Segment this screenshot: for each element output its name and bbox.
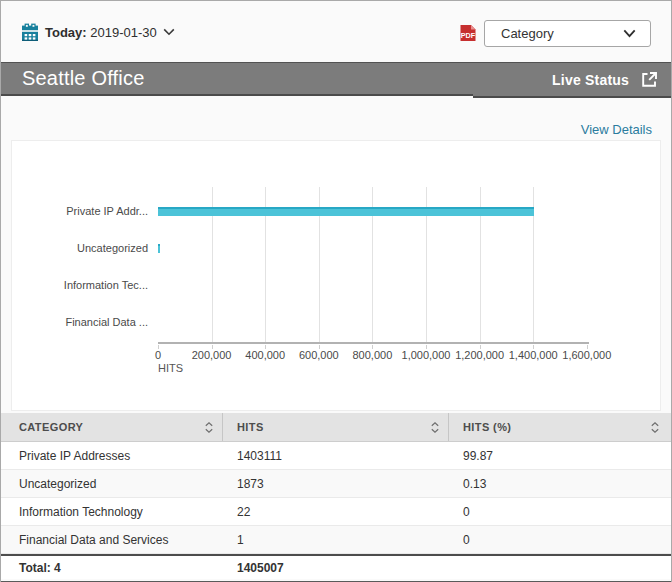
chevron-down-icon xyxy=(163,28,175,36)
date-prefix: Today: xyxy=(45,25,87,40)
table-total-cell: 1405007 xyxy=(223,561,449,575)
external-link-icon xyxy=(641,71,658,88)
table-row[interactable]: Private IP Addresses140311199.87 xyxy=(1,442,671,470)
chart-category-label: Private IP Addr... xyxy=(66,205,148,217)
chart-panel: 0200,000400,000600,000800,0001,000,0001,… xyxy=(11,140,661,411)
table-cell: 1 xyxy=(223,533,449,547)
category-select[interactable]: Category xyxy=(484,20,651,47)
table-column-header[interactable]: HITS (%) xyxy=(449,413,671,441)
table-body: Private IP Addresses140311199.87Uncatego… xyxy=(1,442,671,579)
table-cell: Financial Data and Services xyxy=(1,533,223,547)
table-column-header[interactable]: HITS xyxy=(223,413,449,441)
pdf-icon: PDF xyxy=(459,24,477,42)
date-value: 2019-01-30 xyxy=(90,25,157,40)
table-row[interactable]: Financial Data and Services10 xyxy=(1,526,671,554)
calendar-icon xyxy=(21,23,39,41)
chart-category-label: Financial Data ... xyxy=(65,316,148,328)
table-cell: 0 xyxy=(449,533,671,547)
table-cell: 1873 xyxy=(223,477,449,491)
chart-bar[interactable] xyxy=(158,244,160,253)
chart-category-label: Uncategorized xyxy=(77,242,148,254)
sort-icon[interactable] xyxy=(431,422,439,433)
column-header-label: CATEGORY xyxy=(19,421,83,433)
section-title-area: Seattle Office xyxy=(1,62,473,96)
export-pdf-button[interactable]: PDF xyxy=(459,24,477,42)
section-titlebar: Seattle Office Live Status xyxy=(1,62,671,98)
table-row[interactable]: Uncategorized18730.13 xyxy=(1,470,671,498)
table-header-row: CATEGORYHITSHITS (%) xyxy=(1,413,671,442)
titlebar-actions: Live Status xyxy=(473,62,671,98)
table-cell: Information Technology xyxy=(1,505,223,519)
bar-chart: 0200,000400,000600,000800,0001,000,0001,… xyxy=(12,141,660,410)
table-cell: Uncategorized xyxy=(1,477,223,491)
table-total-row: Total: 41405007 xyxy=(1,554,671,579)
table-cell: 22 xyxy=(223,505,449,519)
table-cell: 99.87 xyxy=(449,449,671,463)
chart-x-axis xyxy=(158,342,589,344)
table-total-cell: Total: 4 xyxy=(1,561,223,575)
chart-category-label: Information Tec... xyxy=(64,279,148,291)
view-details-link[interactable]: View Details xyxy=(581,122,652,137)
chevron-down-icon xyxy=(623,29,636,38)
category-table: CATEGORYHITSHITS (%) Private IP Addresse… xyxy=(1,413,671,579)
category-select-value: Category xyxy=(501,26,554,41)
table-cell: 1403111 xyxy=(223,449,449,463)
date-picker[interactable]: Today: 2019-01-30 xyxy=(21,22,175,42)
table-row[interactable]: Information Technology220 xyxy=(1,498,671,526)
page-title: Seattle Office xyxy=(22,67,145,90)
chart-x-axis-title: HITS xyxy=(158,362,183,374)
sort-icon[interactable] xyxy=(205,422,213,433)
date-text: Today: 2019-01-30 xyxy=(45,25,157,40)
report-window: Today: 2019-01-30 PDF Category Seattle O… xyxy=(0,0,672,582)
table-cell: 0.13 xyxy=(449,477,671,491)
column-header-label: HITS (%) xyxy=(463,421,511,433)
sort-icon[interactable] xyxy=(651,422,659,433)
chart-bar[interactable] xyxy=(158,207,534,216)
chart-x-tick-label: 1,600,000 xyxy=(547,349,627,361)
table-cell: Private IP Addresses xyxy=(1,449,223,463)
live-status-button[interactable]: Live Status xyxy=(552,71,658,88)
live-status-label: Live Status xyxy=(552,72,629,88)
toolbar: Today: 2019-01-30 PDF Category xyxy=(1,1,671,62)
column-header-label: HITS xyxy=(237,421,264,433)
table-cell: 0 xyxy=(449,505,671,519)
svg-text:PDF: PDF xyxy=(461,31,476,40)
table-column-header[interactable]: CATEGORY xyxy=(1,413,223,441)
